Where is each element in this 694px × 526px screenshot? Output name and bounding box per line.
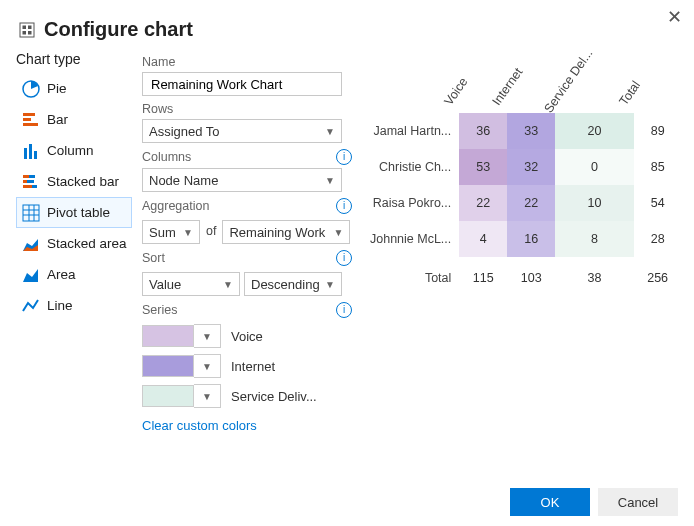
pivot-cell: 22	[459, 185, 507, 221]
svg-rect-0	[20, 23, 34, 37]
pivot-cell: 54	[634, 185, 682, 221]
pivot-table-icon	[21, 203, 41, 223]
stacked-bar-icon	[21, 172, 41, 192]
chart-preview: VoiceInternetService Del...TotalJamal Ha…	[362, 49, 694, 433]
ok-button[interactable]: OK	[510, 488, 590, 516]
pivot-cell: 8	[555, 221, 633, 257]
aggregation-of-label: of	[206, 224, 216, 238]
svg-rect-11	[34, 151, 37, 159]
svg-rect-8	[23, 123, 38, 126]
pivot-row-header: Jamal Hartn...	[370, 113, 459, 149]
chart-type-label: Chart type	[16, 49, 132, 73]
pivot-cell: 16	[507, 221, 555, 257]
pivot-cell: 85	[634, 149, 682, 185]
series-color-swatch[interactable]	[142, 325, 194, 347]
config-form: Name Rows Assigned To▼ Columns i Node Na…	[132, 49, 362, 433]
series-color-dropdown[interactable]: ▼	[194, 354, 221, 378]
pivot-total-cell: 38	[555, 257, 633, 299]
chart-type-stacked-area[interactable]: Stacked area	[16, 228, 132, 259]
dialog-footer: OK Cancel	[502, 488, 678, 516]
chart-type-label: Stacked area	[47, 236, 127, 251]
chart-type-label: Pivot table	[47, 205, 110, 220]
svg-rect-17	[32, 185, 37, 188]
chart-type-column[interactable]: Column	[16, 135, 132, 166]
series-name: Service Deliv...	[231, 389, 317, 404]
clear-custom-colors-link[interactable]: Clear custom colors	[142, 418, 257, 433]
pivot-cell: 10	[555, 185, 633, 221]
rows-select[interactable]: Assigned To▼	[142, 119, 342, 143]
chart-type-label: Pie	[47, 81, 67, 96]
chart-type-pie[interactable]: Pie	[16, 73, 132, 104]
aggregation-field-select[interactable]: Remaining Work▼	[222, 220, 350, 244]
rows-label: Rows	[142, 102, 173, 116]
svg-rect-6	[23, 113, 35, 116]
sort-dir-select[interactable]: Descending▼	[244, 272, 342, 296]
chevron-down-icon: ▼	[325, 126, 335, 137]
svg-rect-4	[28, 31, 32, 35]
svg-rect-2	[28, 25, 32, 29]
series-color-dropdown[interactable]: ▼	[194, 324, 221, 348]
pivot-row-header: Johnnie McL...	[370, 221, 459, 257]
chevron-down-icon: ▼	[325, 279, 335, 290]
pivot-table: VoiceInternetService Del...TotalJamal Ha…	[370, 55, 682, 299]
series-color-swatch[interactable]	[142, 355, 194, 377]
chart-type-label: Line	[47, 298, 73, 313]
chart-type-area[interactable]: Area	[16, 259, 132, 290]
svg-rect-9	[24, 148, 27, 159]
chevron-down-icon: ▼	[202, 391, 212, 402]
chart-type-line[interactable]: Line	[16, 290, 132, 321]
series-name: Voice	[231, 329, 263, 344]
cancel-button[interactable]: Cancel	[598, 488, 678, 516]
area-icon	[21, 265, 41, 285]
dialog-header: Configure chart	[0, 0, 694, 45]
chart-type-sidebar: Chart type PieBarColumnStacked barPivot …	[16, 49, 132, 433]
name-label: Name	[142, 55, 175, 69]
svg-marker-25	[23, 269, 38, 282]
sort-by-select[interactable]: Value▼	[142, 272, 240, 296]
pivot-cell: 28	[634, 221, 682, 257]
dialog-title: Configure chart	[44, 18, 193, 41]
chevron-down-icon: ▼	[202, 331, 212, 342]
pivot-cell: 53	[459, 149, 507, 185]
svg-rect-10	[29, 144, 32, 159]
series-color-dropdown[interactable]: ▼	[194, 384, 221, 408]
chevron-down-icon: ▼	[334, 227, 344, 238]
columns-select[interactable]: Node Name▼	[142, 168, 342, 192]
columns-label: Columns	[142, 150, 191, 164]
stacked-area-icon	[21, 234, 41, 254]
chevron-down-icon: ▼	[183, 227, 193, 238]
svg-rect-3	[23, 31, 27, 35]
chart-type-stacked-bar[interactable]: Stacked bar	[16, 166, 132, 197]
series-row-1: ▼Internet	[142, 354, 352, 378]
name-input[interactable]	[142, 72, 342, 96]
chart-type-bar[interactable]: Bar	[16, 104, 132, 135]
series-name: Internet	[231, 359, 275, 374]
pie-icon	[21, 79, 41, 99]
pivot-cell: 22	[507, 185, 555, 221]
series-color-swatch[interactable]	[142, 385, 194, 407]
svg-rect-12	[23, 175, 29, 178]
aggregation-label: Aggregation	[142, 199, 209, 213]
pivot-cell: 32	[507, 149, 555, 185]
close-icon[interactable]: ✕	[667, 6, 682, 28]
chart-config-icon	[18, 21, 36, 39]
info-icon[interactable]: i	[336, 149, 352, 165]
pivot-cell: 0	[555, 149, 633, 185]
svg-rect-13	[29, 175, 35, 178]
chart-type-pivot-table[interactable]: Pivot table	[16, 197, 132, 228]
chevron-down-icon: ▼	[223, 279, 233, 290]
pivot-total-cell: 115	[459, 257, 507, 299]
chevron-down-icon: ▼	[325, 175, 335, 186]
pivot-total-label: Total	[370, 257, 459, 299]
info-icon[interactable]: i	[336, 250, 352, 266]
pivot-row-header: Raisa Pokro...	[370, 185, 459, 221]
pivot-row-header: Christie Ch...	[370, 149, 459, 185]
sort-label: Sort	[142, 251, 165, 265]
info-icon[interactable]: i	[336, 302, 352, 318]
column-icon	[21, 141, 41, 161]
aggregation-func-select[interactable]: Sum▼	[142, 220, 200, 244]
pivot-cell: 4	[459, 221, 507, 257]
series-row-0: ▼Voice	[142, 324, 352, 348]
info-icon[interactable]: i	[336, 198, 352, 214]
series-label: Series	[142, 303, 177, 317]
